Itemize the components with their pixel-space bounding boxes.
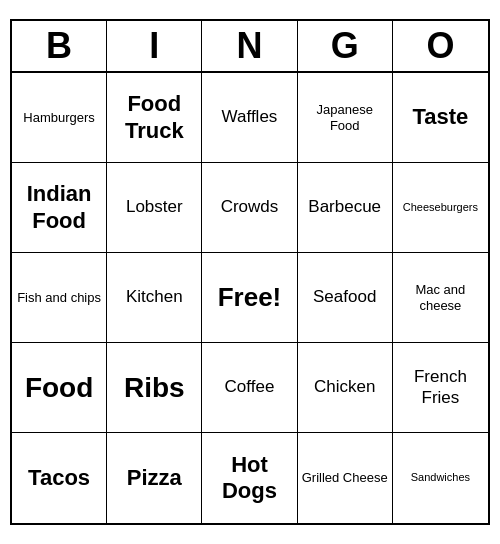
cell-text: Food Truck [111,91,197,144]
bingo-cell: Seafood [298,253,393,343]
header-letter: N [202,21,297,71]
cell-text: Hot Dogs [206,452,292,505]
bingo-cell: Taste [393,73,488,163]
cell-text: Seafood [313,287,376,307]
cell-text: Food [25,371,93,405]
cell-text: Waffles [222,107,278,127]
bingo-cell: Mac and cheese [393,253,488,343]
cell-text: Ribs [124,371,185,405]
cell-text: Tacos [28,465,90,491]
bingo-cell: Tacos [12,433,107,523]
bingo-grid: HamburgersFood TruckWafflesJapanese Food… [12,73,488,523]
bingo-cell: Fish and chips [12,253,107,343]
header-letter: B [12,21,107,71]
bingo-cell: Kitchen [107,253,202,343]
header-letter: G [298,21,393,71]
bingo-cell: Sandwiches [393,433,488,523]
cell-text: Lobster [126,197,183,217]
bingo-cell: Coffee [202,343,297,433]
bingo-cell: Indian Food [12,163,107,253]
bingo-cell: Hamburgers [12,73,107,163]
bingo-cell: Waffles [202,73,297,163]
header-letter: I [107,21,202,71]
bingo-cell: Ribs [107,343,202,433]
cell-text: Taste [412,104,468,130]
cell-text: Crowds [221,197,279,217]
cell-text: Sandwiches [411,471,470,484]
cell-text: Kitchen [126,287,183,307]
bingo-cell: French Fries [393,343,488,433]
cell-text: Barbecue [308,197,381,217]
bingo-header: BINGO [12,21,488,73]
bingo-cell: Lobster [107,163,202,253]
cell-text: Hamburgers [23,110,95,126]
bingo-cell: Cheeseburgers [393,163,488,253]
cell-text: Fish and chips [17,290,101,306]
cell-text: Cheeseburgers [403,201,478,214]
cell-text: French Fries [397,367,484,408]
cell-text: Coffee [225,377,275,397]
cell-text: Chicken [314,377,375,397]
bingo-cell: Japanese Food [298,73,393,163]
cell-text: Japanese Food [302,102,388,133]
cell-text: Pizza [127,465,182,491]
cell-text: Mac and cheese [397,282,484,313]
cell-text: Free! [218,282,282,313]
bingo-cell: Crowds [202,163,297,253]
bingo-cell: Food [12,343,107,433]
header-letter: O [393,21,488,71]
bingo-cell: Chicken [298,343,393,433]
bingo-cell: Hot Dogs [202,433,297,523]
bingo-cell: Free! [202,253,297,343]
bingo-cell: Grilled Cheese [298,433,393,523]
cell-text: Grilled Cheese [302,470,388,486]
bingo-card: BINGO HamburgersFood TruckWafflesJapanes… [10,19,490,525]
bingo-cell: Food Truck [107,73,202,163]
bingo-cell: Barbecue [298,163,393,253]
bingo-cell: Pizza [107,433,202,523]
cell-text: Indian Food [16,181,102,234]
